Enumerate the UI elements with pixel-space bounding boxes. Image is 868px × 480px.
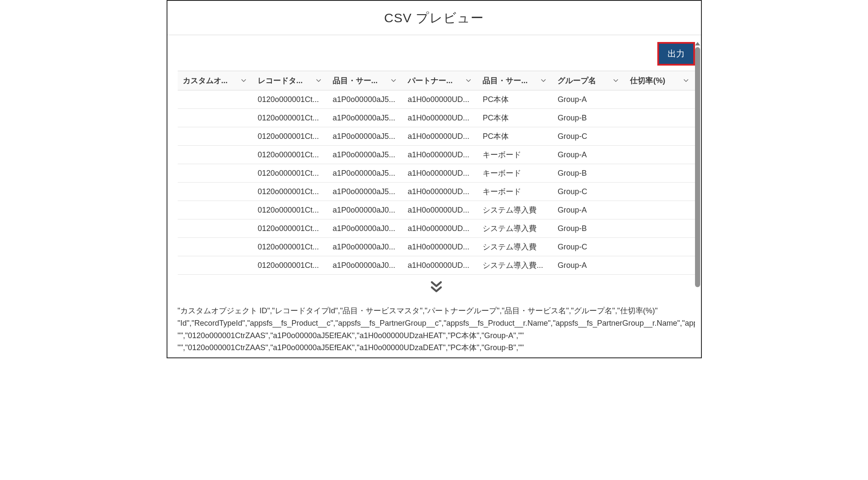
table-cell: a1P0o00000aJ0...	[328, 201, 403, 219]
table-cell: a1H0o00000UD...	[403, 127, 477, 146]
column-header-label: 品目・サー...	[333, 75, 387, 86]
table-cell	[178, 164, 253, 183]
table-cell	[625, 90, 695, 109]
table-cell: キーボード	[477, 183, 552, 201]
table-row: 0120o000001Ct...a1P0o00000aJ0...a1H0o000…	[178, 238, 695, 256]
table-cell: a1P0o00000aJ5...	[328, 146, 403, 164]
scroll-thumb[interactable]	[695, 47, 700, 287]
table-row: 0120o000001Ct...a1P0o00000aJ5...a1H0o000…	[178, 164, 695, 183]
table-cell	[178, 127, 253, 146]
table-scroll-area: カスタムオ...レコードタ...品目・サー...パートナー...品目・サー...…	[178, 71, 695, 357]
vertical-scrollbar[interactable]	[695, 42, 700, 357]
table-cell: システム導入費	[477, 219, 552, 238]
table-cell: Group-A	[552, 201, 625, 219]
table-header-row: カスタムオ...レコードタ...品目・サー...パートナー...品目・サー...…	[178, 71, 695, 90]
table-cell: Group-B	[552, 164, 625, 183]
table-cell: 0120o000001Ct...	[253, 183, 328, 201]
table-cell: a1H0o00000UD...	[403, 201, 477, 219]
table-cell	[625, 146, 695, 164]
table-cell: キーボード	[477, 164, 552, 183]
table-cell: a1H0o00000UD...	[403, 238, 477, 256]
table-cell: Group-A	[552, 90, 625, 109]
table-cell: システム導入費...	[477, 256, 552, 275]
table-cell: a1H0o00000UD...	[403, 146, 477, 164]
modal-header: CSV プレビュー	[167, 1, 701, 35]
table-cell: キーボード	[477, 146, 552, 164]
table-cell: PC本体	[477, 90, 552, 109]
table-cell: 0120o000001Ct...	[253, 90, 328, 109]
raw-csv-line: "","0120o000001CtrZAAS","a1P0o00000aJ5Ef…	[178, 330, 695, 342]
raw-csv-line: "Id","RecordTypeId","appsfs__fs_Product_…	[178, 317, 695, 330]
column-header-3[interactable]: パートナー...	[403, 71, 477, 90]
table-row: 0120o000001Ct...a1P0o00000aJ0...a1H0o000…	[178, 219, 695, 238]
column-header-label: パートナー...	[408, 75, 462, 86]
table-row: 0120o000001Ct...a1P0o00000aJ5...a1H0o000…	[178, 90, 695, 109]
scroll-track[interactable]	[695, 47, 700, 357]
table-row: 0120o000001Ct...a1P0o00000aJ5...a1H0o000…	[178, 183, 695, 201]
raw-csv-block: "カスタムオブジェクト ID","レコードタイプId","品目・サービスマスタ"…	[178, 299, 695, 357]
table-cell	[625, 238, 695, 256]
chevron-down-icon[interactable]	[390, 77, 397, 84]
chevron-down-icon[interactable]	[540, 77, 547, 84]
chevron-down-icon[interactable]	[240, 77, 248, 84]
column-header-label: カスタムオ...	[183, 75, 237, 86]
double-chevron-down-icon	[429, 279, 444, 294]
chevron-down-icon[interactable]	[315, 77, 322, 84]
chevron-down-icon[interactable]	[612, 77, 620, 84]
table-row: 0120o000001Ct...a1P0o00000aJ0...a1H0o000…	[178, 201, 695, 219]
chevron-down-icon[interactable]	[465, 77, 472, 84]
raw-csv-line: "カスタムオブジェクト ID","レコードタイプId","品目・サービスマスタ"…	[178, 305, 695, 317]
table-cell: システム導入費	[477, 238, 552, 256]
table-cell: a1P0o00000aJ0...	[328, 219, 403, 238]
table-cell: Group-B	[552, 109, 625, 127]
column-header-1[interactable]: レコードタ...	[253, 71, 328, 90]
table-body: 0120o000001Ct...a1P0o00000aJ5...a1H0o000…	[178, 90, 695, 275]
load-more-row	[178, 275, 695, 299]
csv-preview-table: カスタムオ...レコードタ...品目・サー...パートナー...品目・サー...…	[178, 71, 695, 275]
column-header-2[interactable]: 品目・サー...	[328, 71, 403, 90]
export-button[interactable]: 出力	[659, 44, 693, 64]
table-cell	[178, 90, 253, 109]
column-header-4[interactable]: 品目・サー...	[477, 71, 552, 90]
table-row: 0120o000001Ct...a1P0o00000aJ5...a1H0o000…	[178, 109, 695, 127]
table-cell: Group-C	[552, 183, 625, 201]
table-cell: a1P0o00000aJ5...	[328, 164, 403, 183]
table-cell: PC本体	[477, 127, 552, 146]
table-cell: システム導入費	[477, 201, 552, 219]
table-cell: 0120o000001Ct...	[253, 109, 328, 127]
column-header-label: グループ名	[558, 75, 609, 86]
table-cell: a1H0o00000UD...	[403, 164, 477, 183]
table-cell: 0120o000001Ct...	[253, 127, 328, 146]
table-cell: a1P0o00000aJ5...	[328, 109, 403, 127]
table-cell: 0120o000001Ct...	[253, 219, 328, 238]
table-cell	[625, 219, 695, 238]
load-more-button[interactable]	[429, 279, 444, 294]
chevron-down-icon[interactable]	[682, 77, 690, 84]
table-cell	[178, 201, 253, 219]
table-cell: a1P0o00000aJ5...	[328, 90, 403, 109]
table-cell: 0120o000001Ct...	[253, 201, 328, 219]
column-header-label: 仕切率(%)	[630, 75, 679, 86]
table-cell: a1P0o00000aJ5...	[328, 183, 403, 201]
table-cell: Group-A	[552, 146, 625, 164]
table-cell: Group-C	[552, 238, 625, 256]
modal-body: 出力 カスタムオ...レコードタ...品目・サー...パートナー...品目・サー…	[167, 35, 701, 357]
table-cell: a1H0o00000UD...	[403, 219, 477, 238]
table-cell: a1H0o00000UD...	[403, 90, 477, 109]
table-cell: Group-A	[552, 256, 625, 275]
table-cell: Group-B	[552, 219, 625, 238]
table-cell: a1P0o00000aJ5...	[328, 127, 403, 146]
scroll-up-arrow-icon[interactable]	[695, 42, 700, 45]
column-header-0[interactable]: カスタムオ...	[178, 71, 253, 90]
raw-csv-line: "","0120o000001CtrZAAS","a1P0o00000aJ5Ef…	[178, 342, 695, 354]
table-cell	[178, 146, 253, 164]
table-row: 0120o000001Ct...a1P0o00000aJ0...a1H0o000…	[178, 256, 695, 275]
column-header-5[interactable]: グループ名	[552, 71, 625, 90]
table-cell	[625, 109, 695, 127]
table-cell	[625, 256, 695, 275]
modal-title: CSV プレビュー	[384, 11, 484, 25]
table-cell	[625, 201, 695, 219]
column-header-6[interactable]: 仕切率(%)	[625, 71, 695, 90]
table-cell: a1H0o00000UD...	[403, 109, 477, 127]
table-cell: Group-C	[552, 127, 625, 146]
